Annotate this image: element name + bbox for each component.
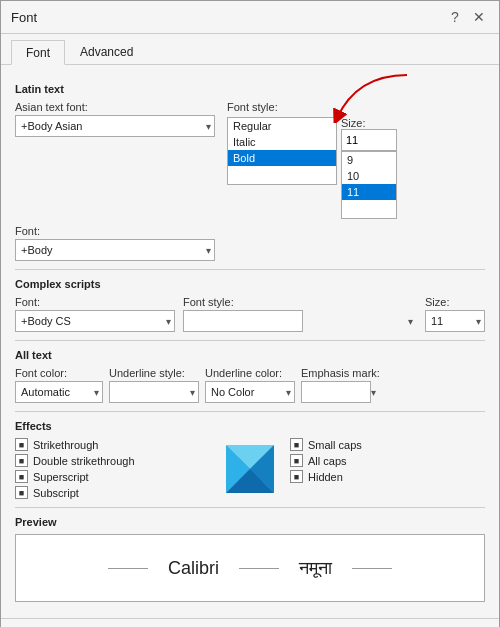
font-color-select[interactable]: Automatic: [15, 381, 103, 403]
effects-right-col: ■ Small caps ■ All caps ■ Hidden: [290, 438, 485, 499]
cs-font-style-select-wrap: [183, 310, 417, 332]
effect-small-caps: ■ Small caps: [290, 438, 485, 451]
asian-font-select-wrap: +Body Asian: [15, 115, 215, 137]
preview-label: Preview: [15, 516, 485, 528]
underline-style-select[interactable]: [109, 381, 199, 403]
font-style-size-group: Font style: Regular Italic Bold Size:: [227, 101, 397, 219]
effect-all-caps: ■ All caps: [290, 454, 485, 467]
effect-strikethrough: ■ Strikethrough: [15, 438, 210, 451]
preview-line-1: [108, 568, 148, 569]
size-col: Size: 9 10 11: [341, 117, 397, 219]
all-caps-label: All caps: [308, 455, 347, 467]
title-bar-right: ? ✕: [445, 7, 489, 27]
style-italic[interactable]: Italic: [228, 134, 336, 150]
asian-font-row: Asian text font: +Body Asian Font style:…: [15, 101, 485, 219]
underline-color-select[interactable]: No Color: [205, 381, 295, 403]
effects-section: Effects ■ Strikethrough ■ Double striket…: [15, 420, 485, 499]
cs-font-select-wrap: +Body CS: [15, 310, 175, 332]
superscript-checkbox[interactable]: ■: [15, 470, 28, 483]
font-color-group: Font color: Automatic: [15, 367, 103, 403]
diamond-icon: [222, 441, 278, 497]
font-color-select-wrap: Automatic: [15, 381, 103, 403]
underline-color-label: Underline color:: [205, 367, 295, 379]
effect-superscript: ■ Superscript: [15, 470, 210, 483]
preview-line-3: [352, 568, 392, 569]
emphasis-mark-label: Emphasis mark:: [301, 367, 380, 379]
dialog-title: Font: [11, 10, 37, 25]
emphasis-mark-group: Emphasis mark:: [301, 367, 380, 403]
complex-scripts-label: Complex scripts: [15, 278, 485, 290]
cs-font-label: Font:: [15, 296, 175, 308]
all-text-row: Font color: Automatic Underline style: U…: [15, 367, 485, 403]
cs-style-group: Font style:: [183, 296, 417, 332]
asian-font-select[interactable]: +Body Asian: [15, 115, 215, 137]
strikethrough-checkbox[interactable]: ■: [15, 438, 28, 451]
underline-style-label: Underline style:: [109, 367, 199, 379]
effects-left-col: ■ Strikethrough ■ Double strikethrough ■…: [15, 438, 210, 499]
double-strikethrough-checkbox[interactable]: ■: [15, 454, 28, 467]
tab-advanced[interactable]: Advanced: [65, 40, 148, 64]
preview-section: Preview Calibri नमूना: [15, 516, 485, 602]
preview-line-2: [239, 568, 279, 569]
diamond-icon-area: [210, 438, 290, 499]
cs-size-group: Size: 11: [425, 296, 485, 332]
style-regular[interactable]: Regular: [228, 118, 336, 134]
asian-font-label: Asian text font:: [15, 101, 215, 113]
tabs-bar: Font Advanced: [1, 34, 499, 65]
size-input[interactable]: [341, 129, 397, 151]
effect-subscript: ■ Subscript: [15, 486, 210, 499]
small-caps-checkbox[interactable]: ■: [290, 438, 303, 451]
double-strikethrough-label: Double strikethrough: [33, 455, 135, 467]
font-group: Font: +Body: [15, 225, 215, 261]
font-row: Font: +Body: [15, 225, 485, 261]
preview-text-latin: Calibri: [168, 558, 219, 579]
title-bar: Font ? ✕: [1, 1, 499, 34]
cs-font-group: Font: +Body CS: [15, 296, 175, 332]
style-col: Regular Italic Bold: [227, 117, 337, 219]
subscript-checkbox[interactable]: ■: [15, 486, 28, 499]
red-arrow: [327, 73, 417, 123]
font-style-listbox[interactable]: Regular Italic Bold: [227, 117, 337, 185]
all-text-label: All text: [15, 349, 485, 361]
size-9[interactable]: 9: [342, 152, 396, 168]
cs-size-select-wrap: 11: [425, 310, 485, 332]
effects-label: Effects: [15, 420, 485, 432]
close-button[interactable]: ✕: [469, 7, 489, 27]
preview-text-devanagari: नमूना: [299, 558, 332, 579]
style-inputs: Regular Italic Bold: [227, 117, 337, 185]
cs-font-select[interactable]: +Body CS: [15, 310, 175, 332]
complex-scripts-row: Font: +Body CS Font style: Size:: [15, 296, 485, 332]
strikethrough-label: Strikethrough: [33, 439, 98, 451]
style-size-inputs: Regular Italic Bold Size: 9 10 11: [227, 117, 397, 219]
hidden-checkbox[interactable]: ■: [290, 470, 303, 483]
font-select[interactable]: +Body: [15, 239, 215, 261]
underline-style-select-wrap: [109, 381, 199, 403]
size-11[interactable]: 11: [342, 184, 396, 200]
help-button[interactable]: ?: [445, 7, 465, 27]
all-caps-checkbox[interactable]: ■: [290, 454, 303, 467]
style-bold[interactable]: Bold: [228, 150, 336, 166]
dialog-footer: Set As Default OK Cancel: [1, 618, 499, 627]
hidden-label: Hidden: [308, 471, 343, 483]
subscript-label: Subscript: [33, 487, 79, 499]
font-color-label: Font color:: [15, 367, 103, 379]
font-select-wrap: +Body: [15, 239, 215, 261]
dialog-content: Latin text Asian text font: +Body Asian …: [1, 65, 499, 612]
cs-font-style-select[interactable]: [183, 310, 303, 332]
underline-color-select-wrap: No Color: [205, 381, 295, 403]
asian-font-group: Asian text font: +Body Asian: [15, 101, 215, 137]
font-size-listbox[interactable]: 9 10 11: [341, 151, 397, 219]
cs-size-label: Size:: [425, 296, 485, 308]
font-dialog: Font ? ✕ Font Advanced Latin text Asian …: [0, 0, 500, 627]
effect-double-strikethrough: ■ Double strikethrough: [15, 454, 210, 467]
underline-color-group: Underline color: No Color: [205, 367, 295, 403]
cs-size-select[interactable]: 11: [425, 310, 485, 332]
font-label: Font:: [15, 225, 215, 237]
emphasis-mark-select[interactable]: [301, 381, 371, 403]
title-bar-left: Font: [11, 10, 37, 25]
effect-hidden: ■ Hidden: [290, 470, 485, 483]
cs-font-style-label: Font style:: [183, 296, 417, 308]
preview-box: Calibri नमूना: [15, 534, 485, 602]
tab-font[interactable]: Font: [11, 40, 65, 65]
size-10[interactable]: 10: [342, 168, 396, 184]
